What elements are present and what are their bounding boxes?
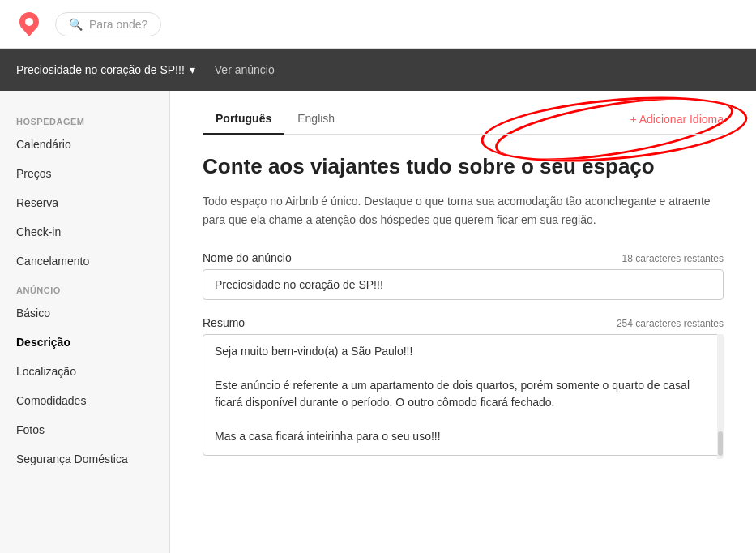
section-heading: Conte aos viajantes tudo sobre o seu esp… bbox=[203, 154, 724, 179]
sidebar-item-precos[interactable]: Preços bbox=[0, 159, 169, 188]
sidebar-item-reserva[interactable]: Reserva bbox=[0, 188, 169, 217]
sidebar-item-localizacao[interactable]: Localização bbox=[0, 357, 169, 386]
summary-field-row: Resumo 254 caracteres restantes bbox=[203, 316, 724, 329]
listing-title[interactable]: Preciosidade no coração de SP!!! ▾ bbox=[16, 63, 195, 76]
sidebar-item-fotos[interactable]: Fotos bbox=[0, 415, 169, 444]
view-listing-link[interactable]: Ver anúncio bbox=[215, 63, 275, 76]
summary-textarea-wrapper: Seja muito bem-vindo(a) a São Paulo!!! E… bbox=[203, 334, 724, 459]
name-field-row: Nome do anúncio 18 caracteres restantes bbox=[203, 251, 724, 264]
sidebar-item-seguranca[interactable]: Segurança Doméstica bbox=[0, 444, 169, 474]
tab-english[interactable]: English bbox=[284, 104, 348, 135]
search-input-placeholder: Para onde? bbox=[89, 18, 147, 31]
section-description: Todo espaço no Airbnb é único. Destaque … bbox=[203, 192, 724, 229]
airbnb-logo bbox=[16, 11, 42, 37]
name-counter: 18 caracteres restantes bbox=[622, 253, 724, 264]
sidebar-item-comodidades[interactable]: Comodidades bbox=[0, 386, 169, 415]
sidebar-section-anuncio: Anúncio bbox=[0, 276, 169, 298]
sidebar-item-checkin[interactable]: Check-in bbox=[0, 217, 169, 246]
summary-textarea[interactable]: Seja muito bem-vindo(a) a São Paulo!!! E… bbox=[203, 334, 724, 456]
sub-nav: Preciosidade no coração de SP!!! ▾ Ver a… bbox=[0, 49, 756, 91]
add-language-button[interactable]: + Adicionar Idioma bbox=[630, 113, 724, 126]
summary-label: Resumo bbox=[203, 316, 245, 329]
sidebar: Hospedagem Calendário Preços Reserva Che… bbox=[0, 91, 170, 553]
search-icon: 🔍 bbox=[69, 18, 83, 31]
tab-portugues[interactable]: Português bbox=[203, 104, 284, 135]
sidebar-item-basico[interactable]: Básico bbox=[0, 298, 169, 328]
name-input[interactable] bbox=[203, 269, 724, 300]
dropdown-icon: ▾ bbox=[190, 63, 195, 76]
sidebar-item-calendario[interactable]: Calendário bbox=[0, 130, 169, 159]
scrollbar-thumb bbox=[718, 431, 723, 456]
tabs: Português English + Adicionar Idioma bbox=[203, 91, 724, 135]
main-layout: Hospedagem Calendário Preços Reserva Che… bbox=[0, 91, 756, 553]
content-area: Português English + Adicionar Idioma Con… bbox=[170, 91, 756, 553]
sidebar-section-hospedagem: Hospedagem bbox=[0, 107, 169, 130]
sidebar-item-descricao[interactable]: Descrição bbox=[0, 328, 169, 357]
top-nav: 🔍 Para onde? bbox=[0, 0, 756, 49]
name-label: Nome do anúncio bbox=[203, 251, 292, 264]
summary-counter: 254 caracteres restantes bbox=[617, 318, 724, 329]
sidebar-item-cancelamento[interactable]: Cancelamento bbox=[0, 246, 169, 276]
search-bar[interactable]: 🔍 Para onde? bbox=[55, 12, 161, 36]
scrollbar-track bbox=[717, 334, 724, 459]
